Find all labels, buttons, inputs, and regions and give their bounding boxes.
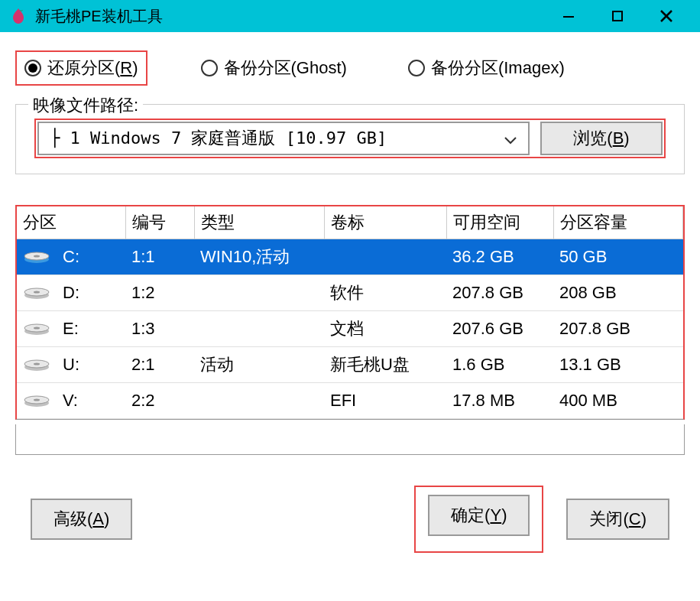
cell-free: 207.6 GB xyxy=(446,311,553,347)
cell-type xyxy=(194,275,324,311)
cell-capacity: 207.8 GB xyxy=(553,311,683,347)
cell-number: 2:1 xyxy=(125,347,194,383)
cell-number: 1:3 xyxy=(125,311,194,347)
radio-label: 备份分区(Imagex) xyxy=(431,57,565,80)
col-label[interactable]: 卷标 xyxy=(324,206,446,239)
col-capacity[interactable]: 分区容量 xyxy=(553,206,683,239)
partition-table: 分区 编号 类型 卷标 可用空间 分区容量 C:1:1WIN10,活动36.2 … xyxy=(17,206,683,419)
cell-free: 1.6 GB xyxy=(446,347,553,383)
app-icon xyxy=(9,7,28,25)
disk-icon xyxy=(23,353,50,372)
radio-icon xyxy=(201,60,218,76)
close-app-button[interactable]: 关闭(C) xyxy=(566,499,669,540)
window-controls xyxy=(556,4,679,28)
cell-capacity: 208 GB xyxy=(553,275,683,311)
table-header-row: 分区 编号 类型 卷标 可用空间 分区容量 xyxy=(17,206,683,239)
cell-capacity: 13.1 GB xyxy=(553,347,683,383)
cell-drive: D: xyxy=(57,275,125,311)
table-row[interactable]: D:1:2软件207.8 GB208 GB xyxy=(17,275,683,311)
cell-label xyxy=(324,239,446,275)
col-free[interactable]: 可用空间 xyxy=(446,206,553,239)
disk-icon xyxy=(23,317,50,336)
cell-label: 文档 xyxy=(324,311,446,347)
image-path-value: ├ 1 Windows 7 家庭普通版 [10.97 GB] xyxy=(50,127,387,150)
col-partition[interactable]: 分区 xyxy=(17,206,125,239)
radio-backup-ghost[interactable]: 备份分区(Ghost) xyxy=(193,52,355,84)
cell-capacity: 50 GB xyxy=(553,239,683,275)
cell-type xyxy=(194,311,324,347)
image-path-dropdown[interactable]: ├ 1 Windows 7 家庭普通版 [10.97 GB] xyxy=(37,122,530,155)
svg-point-15 xyxy=(34,363,40,365)
radio-label: 还原分区(R) xyxy=(47,57,138,80)
col-type[interactable]: 类型 xyxy=(194,206,324,239)
cell-drive: U: xyxy=(57,347,125,383)
cell-label: 软件 xyxy=(324,275,446,311)
table-row[interactable]: C:1:1WIN10,活动36.2 GB50 GB xyxy=(17,239,683,275)
chevron-down-icon xyxy=(504,129,517,148)
svg-point-9 xyxy=(34,291,40,294)
table-row[interactable]: V:2:2EFI17.8 MB400 MB xyxy=(17,383,683,419)
cell-number: 1:2 xyxy=(125,275,194,311)
bottom-button-row: 高级(A) 确定(Y) 关闭(C) xyxy=(15,486,685,553)
col-number[interactable]: 编号 xyxy=(125,206,194,239)
minimize-button[interactable] xyxy=(556,4,581,28)
cell-free: 36.2 GB xyxy=(446,239,553,275)
radio-label: 备份分区(Ghost) xyxy=(224,57,347,80)
cell-free: 207.8 GB xyxy=(446,275,553,311)
mode-radio-group: 还原分区(R) 备份分区(Ghost) 备份分区(Imagex) xyxy=(15,50,685,86)
cell-drive: C: xyxy=(57,239,125,275)
svg-rect-1 xyxy=(613,11,622,21)
svg-point-18 xyxy=(34,399,40,401)
disk-icon xyxy=(23,281,50,300)
table-footer-space xyxy=(15,424,685,455)
radio-backup-imagex[interactable]: 备份分区(Imagex) xyxy=(400,52,572,84)
table-row[interactable]: U:2:1活动新毛桃U盘1.6 GB13.1 GB xyxy=(17,347,683,383)
cell-drive: E: xyxy=(57,311,125,347)
cell-number: 1:1 xyxy=(125,239,194,275)
maximize-button[interactable] xyxy=(605,4,630,28)
disk-icon xyxy=(23,245,50,264)
radio-restore-partition[interactable]: 还原分区(R) xyxy=(15,50,147,86)
image-path-label: 映像文件路径: xyxy=(28,94,143,117)
cell-capacity: 400 MB xyxy=(553,383,683,419)
cell-number: 2:2 xyxy=(125,383,194,419)
cell-type: 活动 xyxy=(194,347,324,383)
cell-label: 新毛桃U盘 xyxy=(324,347,446,383)
close-button[interactable] xyxy=(654,4,679,28)
svg-point-12 xyxy=(34,327,40,330)
browse-button[interactable]: 浏览(B) xyxy=(540,122,663,155)
window-title: 新毛桃PE装机工具 xyxy=(35,6,556,27)
ok-highlight: 确定(Y) xyxy=(414,486,543,553)
image-path-fieldset: 映像文件路径: ├ 1 Windows 7 家庭普通版 [10.97 GB] 浏… xyxy=(15,104,685,174)
cell-type: WIN10,活动 xyxy=(194,239,324,275)
table-row[interactable]: E:1:3文档207.6 GB207.8 GB xyxy=(17,311,683,347)
titlebar: 新毛桃PE装机工具 xyxy=(0,0,700,32)
cell-free: 17.8 MB xyxy=(446,383,553,419)
cell-label: EFI xyxy=(324,383,446,419)
advanced-button[interactable]: 高级(A) xyxy=(31,499,132,540)
ok-button[interactable]: 确定(Y) xyxy=(428,495,530,536)
svg-point-6 xyxy=(34,255,40,258)
radio-icon xyxy=(24,60,41,76)
cell-drive: V: xyxy=(57,383,125,419)
cell-type xyxy=(194,383,324,419)
radio-icon xyxy=(408,60,425,76)
partition-table-wrap: 分区 编号 类型 卷标 可用空间 分区容量 C:1:1WIN10,活动36.2 … xyxy=(15,205,685,420)
disk-icon xyxy=(23,389,50,408)
